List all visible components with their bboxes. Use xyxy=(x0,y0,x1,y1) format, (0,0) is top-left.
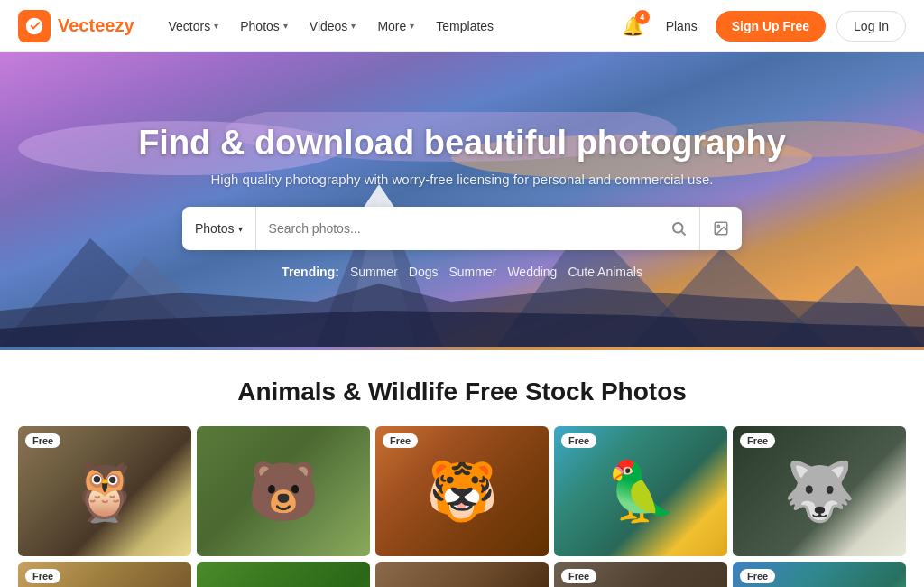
chevron-down-icon: ▾ xyxy=(283,21,288,31)
photo-item[interactable]: 🐯 Free xyxy=(375,426,549,556)
logo[interactable]: Vecteezy xyxy=(18,10,134,42)
photo-item[interactable]: 🦜 Free xyxy=(554,426,727,556)
search-type-dropdown[interactable]: Photos ▾ xyxy=(182,207,256,250)
nav-more[interactable]: More ▾ xyxy=(368,14,423,39)
main-content: Animals & Wildlife Free Stock Photos 🦉 F… xyxy=(0,350,924,587)
chevron-down-icon: ▾ xyxy=(214,21,218,31)
image-search-button[interactable] xyxy=(699,207,742,250)
search-bar: Photos ▾ xyxy=(182,207,742,250)
search-input[interactable] xyxy=(256,207,658,250)
trending-tag-2[interactable]: Summer xyxy=(448,265,496,279)
logo-text: Vecteezy xyxy=(58,15,134,36)
photo-item[interactable]: 🦚 Free xyxy=(733,562,906,587)
hero-title: Find & download beautiful photography xyxy=(18,124,906,163)
trending-tag-4[interactable]: Cute Animals xyxy=(568,265,642,279)
photo-grid: 🦉 Free 🐻 🐯 Free 🦜 Free 🐺 Free 🦅 Free xyxy=(18,426,906,587)
photo-item[interactable]: 🐺 Free xyxy=(733,426,906,556)
photo-item[interactable]: 🐴 xyxy=(375,562,549,587)
nav-right: 🔔 4 Plans Sign Up Free Log In xyxy=(618,11,906,42)
signup-button[interactable]: Sign Up Free xyxy=(716,11,826,42)
hero-section: Find & download beautiful photography Hi… xyxy=(0,52,924,350)
trending-row: Trending: Summer Dogs Summer Wedding Cut… xyxy=(18,265,906,279)
nav-vectors[interactable]: Vectors ▾ xyxy=(160,14,228,39)
navbar: Vecteezy Vectors ▾ Photos ▾ Videos ▾ Mor… xyxy=(0,0,924,52)
trending-tag-1[interactable]: Dogs xyxy=(409,265,439,279)
section-title: Animals & Wildlife Free Stock Photos xyxy=(18,377,906,406)
photo-item[interactable]: 🦌 Free xyxy=(554,562,727,587)
hero-subtitle: High quality photography with worry-free… xyxy=(18,172,906,187)
nav-templates[interactable]: Templates xyxy=(427,14,503,39)
svg-point-14 xyxy=(673,223,683,233)
nav-links: Vectors ▾ Photos ▾ Videos ▾ More ▾ Templ… xyxy=(160,14,618,39)
chevron-down-icon: ▾ xyxy=(351,21,356,31)
svg-line-15 xyxy=(681,232,685,236)
trending-label: Trending: xyxy=(282,265,339,279)
photo-item[interactable]: 🐸 xyxy=(197,562,370,587)
hero-content: Find & download beautiful photography Hi… xyxy=(0,124,924,280)
svg-point-17 xyxy=(717,226,719,228)
nav-photos[interactable]: Photos ▾ xyxy=(231,14,297,39)
nav-videos[interactable]: Videos ▾ xyxy=(300,14,365,39)
search-icon-button[interactable] xyxy=(658,207,699,250)
photo-item[interactable]: 🐻 xyxy=(197,426,370,556)
notification-badge: 4 xyxy=(635,10,650,24)
chevron-down-icon: ▾ xyxy=(410,21,414,31)
photo-item[interactable]: 🦅 Free xyxy=(18,562,191,587)
chevron-down-icon: ▾ xyxy=(238,224,243,234)
login-button[interactable]: Log In xyxy=(836,11,906,42)
notification-button[interactable]: 🔔 4 xyxy=(618,12,648,41)
trending-tag-3[interactable]: Wedding xyxy=(507,265,557,279)
photo-item[interactable]: 🦉 Free xyxy=(18,426,191,556)
plans-link[interactable]: Plans xyxy=(659,14,705,39)
trending-tag-0[interactable]: Summer xyxy=(350,265,398,279)
logo-icon xyxy=(18,10,51,42)
